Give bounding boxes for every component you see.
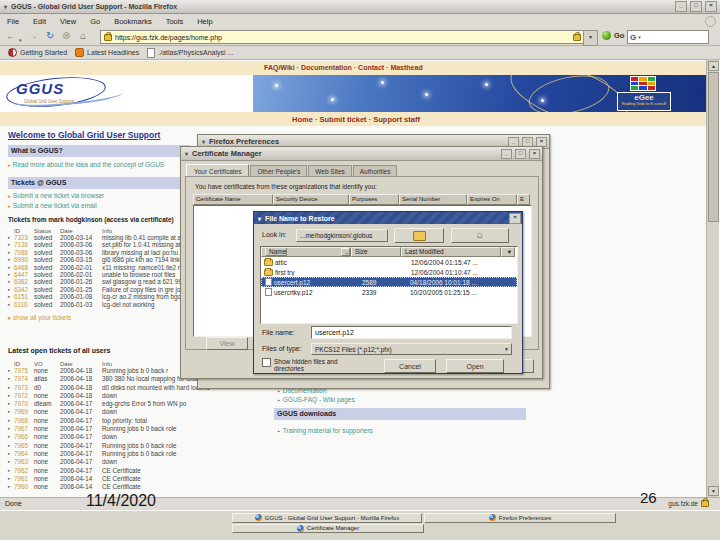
column-name[interactable]: Name ⌄ [261,247,351,257]
maximize-button[interactable]: □ [522,137,533,147]
taskbar-button-cert-manager[interactable]: Certificate Manager [232,524,424,534]
search-input[interactable]: G ▾ [627,30,709,44]
show-all-tickets-link[interactable]: ▸ show all your tickets [8,314,71,322]
browser-titlebar[interactable]: ▾ GGUS - Global Grid User Support - Mozi… [0,0,720,14]
ticket-id-link[interactable]: 7964 [14,450,34,458]
file-row[interactable]: usercert.p12 2589 04/18/2006 10:01:18 ..… [261,277,517,287]
scroll-up-icon[interactable]: ▲ [708,61,719,71]
url-bar[interactable]: https://gus.fzk.de/pages/home.php [100,30,584,44]
menu-item[interactable]: View [53,17,83,26]
close-button[interactable]: × [536,137,547,147]
maximize-button[interactable]: □ [515,149,526,159]
ticket-id-link[interactable]: 7972 [14,392,34,400]
menu-item[interactable]: Go [83,17,107,26]
stop-button[interactable]: ⊗ [62,30,70,42]
column-chooser-icon[interactable]: ▾ [501,247,515,257]
welcome-heading[interactable]: Welcome to Global Grid User Support [8,130,160,140]
menu-item[interactable]: Tools [159,17,191,26]
ticket-id-link[interactable]: 7086 [14,249,34,256]
site-nav-link[interactable]: Support staff [367,115,420,124]
ticket-id-link[interactable]: 7970 [14,400,34,408]
ticket-id-link[interactable]: 7975 [14,367,34,375]
ticket-id-link[interactable]: 6342 [14,286,34,293]
submit-ticket-browser-link[interactable]: ▸Submit a new ticket via browser [8,192,104,199]
url-text[interactable]: https://gus.fzk.de/pages/home.php [115,34,222,41]
file-row[interactable]: usercrtky.p12 2339 10/20/2005 01:25:15 .… [261,287,517,297]
menu-item[interactable]: Help [190,17,219,26]
ticket-id-link[interactable]: 7968 [14,417,34,425]
home-button[interactable]: ⌂ [451,228,509,243]
open-button[interactable]: Open [446,359,504,373]
ticket-id-link[interactable]: 7323 [14,234,34,241]
top-nav-link[interactable]: Documentation [295,64,352,71]
ticket-id-link[interactable]: 7961 [14,475,34,483]
window-menu-icon[interactable]: ▾ [202,138,205,145]
maximize-button[interactable]: □ [690,1,702,12]
top-nav-link[interactable]: Masthead [384,64,423,71]
back-dropdown-icon[interactable]: ▾ [19,34,22,46]
file-list[interactable]: Name ⌄ Size Last Modified ▾ attic 12/06/… [260,246,518,324]
go-button[interactable]: Go [602,31,624,40]
file-row[interactable]: first try 12/06/2004 01:10:47 ... [261,267,517,277]
ticket-id-link[interactable]: 6382 [14,278,34,285]
ticket-id-link[interactable]: 7974 [14,375,34,383]
site-nav-link[interactable]: Home [292,115,313,124]
site-nav-link[interactable]: Submit ticket [313,115,367,124]
ticket-id-link[interactable]: 7967 [14,425,34,433]
submit-ticket-email-link[interactable]: ▸Submit a new ticket via email [8,202,97,209]
window-menu-icon[interactable]: ▾ [185,150,188,157]
cert-manager-titlebar[interactable]: ▾ Certificate Manager _ □ × [181,147,542,161]
file-type-dropdown[interactable]: PKCS12 Files (*.p12;*.pfx)▼ [311,343,512,355]
menu-item[interactable]: File [0,17,26,26]
ticket-id-link[interactable]: 7962 [14,467,34,475]
ggus-faq-wiki-link[interactable]: ▪GGUS-FAQ - Wiki pages [278,396,355,403]
menu-item[interactable]: Bookmarks [107,17,159,26]
minimize-button[interactable]: _ [508,137,519,147]
scrollbar-thumb[interactable] [708,72,719,222]
minimize-button[interactable]: _ [501,149,512,159]
read-more-link[interactable]: ▸Read more about the idea and the concep… [8,161,164,168]
ticket-id-link[interactable]: 6110 [14,301,34,308]
home-button[interactable]: ⌂ [80,30,86,42]
new-folder-button[interactable] [394,228,444,243]
view-button[interactable]: View [206,337,248,350]
scroll-down-icon[interactable]: ▼ [708,486,719,496]
cancel-button[interactable]: Cancel [384,359,436,373]
site-security-badge[interactable]: gus.fzk.de [668,500,712,507]
file-name-input[interactable]: usercert.p12 [311,326,512,339]
top-nav-link[interactable]: Contact [352,64,384,71]
ticket-id-link[interactable]: 6468 [14,264,34,271]
ticket-id-link[interactable]: 7136 [14,241,34,248]
show-hidden-checkbox[interactable]: Show hidden files and directories [262,358,352,372]
look-in-dropdown[interactable]: ...me/hodgkinson/.globus [296,229,388,242]
back-button[interactable]: ← [6,30,16,42]
ticket-id-link[interactable]: 6447 [14,271,34,278]
search-engine-dropdown-icon[interactable]: ▾ [638,34,641,40]
ticket-id-link[interactable]: 7966 [14,433,34,441]
column-modified[interactable]: Last Modified [401,247,501,257]
training-material-link[interactable]: ▪Training material for supporters [278,427,373,434]
ticket-id-link[interactable]: 7973 [14,384,34,392]
taskbar-button-preferences[interactable]: Firefox Preferences [424,513,616,523]
close-button[interactable]: × [529,149,540,159]
ticket-id-link[interactable]: 7969 [14,408,34,416]
ticket-id-link[interactable]: 6990 [14,256,34,263]
file-dialog-titlebar[interactable]: ▾ File Name to Restore × [254,212,522,224]
forward-button[interactable]: → [28,30,38,42]
url-history-dropdown[interactable]: ▾ [583,30,598,46]
taskbar-button-firefox[interactable]: GGUS - Global Grid User Support - Mozill… [232,513,422,523]
ticket-id-link[interactable]: 7965 [14,442,34,450]
bookmark-atlas-physics[interactable]: ./atlas/PhysicsAnalysi ... [147,48,233,58]
bookmark-getting-started[interactable]: Getting Started [8,48,67,57]
window-menu-icon[interactable]: ▾ [4,3,7,10]
menu-item[interactable]: Edit [26,17,53,26]
checkbox-icon[interactable] [262,358,271,367]
search-engine-icon[interactable]: G [630,33,636,42]
column-size[interactable]: Size [351,247,401,257]
close-button[interactable]: × [509,213,521,224]
reload-button[interactable]: ↻ [46,30,54,42]
ticket-id-link[interactable]: 7963 [14,458,34,466]
ticket-id-link[interactable]: 6151 [14,293,34,300]
minimize-button[interactable]: _ [675,1,687,12]
top-nav-link[interactable]: FAQ/Wiki [264,64,295,71]
